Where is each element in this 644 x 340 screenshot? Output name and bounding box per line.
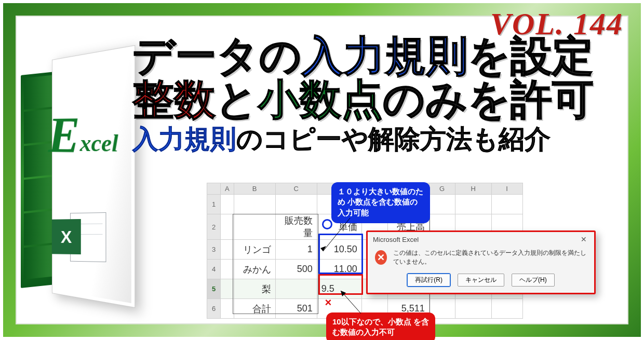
col-A[interactable]: A (221, 183, 234, 195)
cell[interactable]: みかん (234, 260, 275, 279)
row-header[interactable]: 4 (207, 260, 221, 279)
cell[interactable] (234, 195, 275, 214)
help-button[interactable]: ヘルプ(H) (512, 274, 555, 287)
error-dialog-buttons: 再試行(R) キャンセル ヘルプ(H) (368, 271, 594, 293)
circle-mark-icon (322, 219, 332, 229)
cell[interactable] (455, 299, 491, 319)
headline-line1-pre: データの (132, 33, 302, 79)
error-dialog: Microsoft Excel ✕ ✕ この値は、このセルに定義されているデータ… (366, 230, 596, 294)
error-icon: ✕ (375, 250, 387, 265)
cell[interactable]: 梨 (234, 279, 275, 299)
cell[interactable] (221, 195, 234, 214)
error-dialog-body: ✕ この値は、このセルに定義されているデータ入力規則の制限を満たしていません。 (368, 246, 594, 271)
callout-blue: １０より大きい数値のため 小数点を含む数値の 入力可能 (331, 182, 430, 223)
cell[interactable]: 500 (275, 260, 317, 279)
row-header[interactable]: 5 (207, 279, 221, 299)
col-C[interactable]: C (275, 183, 317, 195)
headline-line1-post: を設定 (468, 33, 594, 79)
callout-red-text: 10以下なので、小数点 を含む数値の入力不可 (332, 317, 429, 336)
cell[interactable] (221, 214, 234, 240)
cell[interactable] (221, 279, 234, 299)
cell[interactable]: 1 (275, 240, 317, 260)
subline-blue: 入力規則 (132, 125, 236, 154)
retry-button[interactable]: 再試行(R) (407, 274, 450, 287)
row-header[interactable]: 3 (207, 240, 221, 260)
cell[interactable] (221, 260, 234, 279)
col-G[interactable]: G (429, 183, 455, 195)
headline-line-1: データの入力規則を設定 (132, 34, 629, 78)
cell[interactable]: 9.5 (317, 279, 361, 299)
callout-blue-text: １０より大きい数値のため 小数点を含む数値の 入力可能 (338, 187, 423, 217)
cell[interactable]: リンゴ (234, 240, 275, 260)
error-dialog-titlebar[interactable]: Microsoft Excel ✕ (368, 232, 594, 246)
headline-line2-red: 整数 (132, 76, 216, 123)
excel-wordmark: Excel (48, 108, 132, 161)
col-B[interactable]: B (234, 183, 275, 195)
headline-line1-blue: 入力規則 (302, 33, 468, 79)
row-header[interactable]: 2 (207, 214, 221, 240)
cell[interactable] (221, 299, 234, 319)
cell[interactable]: 販売数量 (275, 214, 317, 240)
x-mark-icon: × (323, 298, 333, 308)
headline-subline: 入力規則のコピーや解除方法も紹介 (132, 126, 629, 153)
headline-block: データの入力規則を設定 整数と小数点のみを許可 入力規則のコピーや解除方法も紹介 (132, 34, 629, 153)
callout-red: 10以下なので、小数点 を含む数値の入力不可 (326, 312, 435, 340)
cell[interactable] (491, 299, 522, 319)
cell[interactable] (275, 279, 317, 299)
cell[interactable] (429, 195, 455, 214)
excel-icon-tag: X (52, 219, 81, 254)
excel-logo-rest: xcel (80, 130, 118, 157)
headline-line2-post: のみを許可 (383, 76, 594, 123)
headline-line-2: 整数と小数点のみを許可 (132, 78, 629, 121)
close-icon[interactable]: ✕ (579, 235, 589, 243)
cell[interactable] (491, 195, 522, 214)
subline-rest: のコピーや解除方法も紹介 (236, 125, 551, 154)
door-front-panel (52, 45, 135, 308)
cell[interactable] (221, 240, 234, 260)
headline-line2-green: 小数点 (258, 76, 383, 123)
cancel-button[interactable]: キャンセル (458, 274, 504, 287)
error-dialog-title: Microsoft Excel (373, 236, 419, 243)
excel-app-icon: X (52, 208, 106, 266)
cell[interactable]: 11.00 (317, 260, 361, 279)
error-dialog-message: この値は、このセルに定義されているデータ入力規則の制限を満たしていません。 (393, 249, 587, 266)
cell[interactable] (234, 214, 275, 240)
excel-logo-big: E (48, 106, 80, 163)
cell[interactable]: 合計 (234, 299, 275, 319)
cell[interactable] (275, 195, 317, 214)
col-I[interactable]: I (491, 183, 522, 195)
headline-line2-mid: と (216, 76, 258, 123)
cell[interactable]: 10.50 (317, 240, 361, 260)
cell[interactable] (455, 195, 491, 214)
col-H[interactable]: H (455, 183, 491, 195)
row-header[interactable]: 1 (207, 195, 221, 214)
cell[interactable]: 501 (275, 299, 317, 319)
row-header[interactable]: 6 (207, 299, 221, 319)
